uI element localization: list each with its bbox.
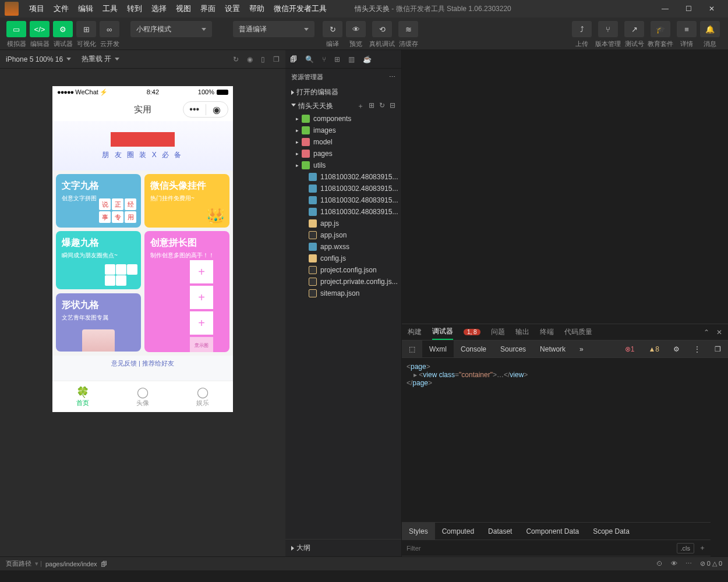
styletab-Styles[interactable]: Styles <box>402 523 435 540</box>
card-avatar-pendant[interactable]: 微信头像挂件热门挂件免费用~ 👑 <box>144 174 229 228</box>
styletab-Dataset[interactable]: Dataset <box>481 523 519 540</box>
file-app.js[interactable]: app.js <box>285 218 401 229</box>
right-上传[interactable]: ⤴ <box>572 21 592 37</box>
collapse-icon[interactable]: ⊟ <box>390 101 395 111</box>
styles-filter-input[interactable] <box>407 545 677 552</box>
card-shape-grid[interactable]: 形状九格文艺青年发图专属 <box>56 293 141 352</box>
mode-select[interactable]: 小程序模式 <box>130 21 212 37</box>
file-sitemap.json[interactable]: sitemap.json <box>285 288 401 299</box>
maximize-button[interactable]: ☐ <box>677 0 700 17</box>
page-path[interactable]: pages/index/index <box>45 560 97 567</box>
search-tab-icon[interactable]: 🔍 <box>305 55 314 63</box>
device-icon[interactable]: ▯ <box>261 55 265 63</box>
styletab-Component Data[interactable]: Component Data <box>519 523 586 540</box>
add-style-icon[interactable]: ＋ <box>699 543 706 553</box>
tool-云开发[interactable]: ∞ <box>100 21 119 37</box>
problem-counts[interactable]: ⊘ 0 △ 0 <box>700 560 722 567</box>
settings-icon[interactable]: ⚙ <box>666 340 687 357</box>
menu-微信开发者工具[interactable]: 微信开发者工具 <box>269 3 331 14</box>
section-open-editors[interactable]: 打开的编辑器 <box>285 85 401 100</box>
menu-项目[interactable]: 项目 <box>24 3 49 14</box>
folder-images[interactable]: images <box>285 125 401 136</box>
menu-编辑[interactable]: 编辑 <box>73 3 98 14</box>
more-status-icon[interactable]: ⋯ <box>685 560 692 567</box>
dbgtab-终端[interactable]: 终端 <box>540 327 554 337</box>
dock-icon[interactable]: ⋮ <box>687 340 708 357</box>
file-app.json[interactable]: app.json <box>285 229 401 241</box>
card-text-grid[interactable]: 文字九格创意文字拼图 说正经事专用 <box>56 174 141 228</box>
tab-network[interactable]: Network <box>533 340 572 357</box>
wxml-tree[interactable]: <page> ▸ <view class="container">…</view… <box>402 358 728 522</box>
tab-娱乐[interactable]: ◯娱乐 <box>173 381 233 412</box>
folder-utils[interactable]: utils <box>285 159 401 171</box>
action-真机调试[interactable]: ⟲ <box>372 21 392 37</box>
file-config.js[interactable]: config.js <box>285 253 401 264</box>
menu-选择[interactable]: 选择 <box>147 3 171 14</box>
new-file-icon[interactable]: ＋ <box>357 101 364 111</box>
action-编译[interactable]: ↻ <box>323 21 342 37</box>
perf-icon[interactable]: ⏲ <box>656 560 663 567</box>
popout-icon[interactable]: ❐ <box>708 340 728 357</box>
compile-select[interactable]: 普通编译 <box>233 21 314 37</box>
cascade-icon[interactable]: ❐ <box>273 55 280 63</box>
right-版本管理[interactable]: ⑂ <box>598 21 618 37</box>
tab-more-icon[interactable]: » <box>572 340 591 357</box>
close-button[interactable]: ✕ <box>700 0 723 17</box>
menu-帮助[interactable]: 帮助 <box>245 3 269 14</box>
footer-links[interactable]: 意见反馈 | 推荐给好友 <box>52 356 233 371</box>
eye-icon[interactable]: 👁 <box>671 560 677 567</box>
card-fun-grid[interactable]: 爆趣九格瞬间成为朋友圈焦点~ 考的都会着 <box>56 231 141 289</box>
card-long-collage[interactable]: 创意拼长图制作创意多图的高手！！ +++意示图 <box>144 231 229 352</box>
close-dbg-icon[interactable]: ✕ <box>716 328 722 336</box>
git-tab-icon[interactable]: ⑂ <box>322 55 326 63</box>
dbgtab-构建[interactable]: 构建 <box>408 327 422 337</box>
ext-tab-icon[interactable]: ⊞ <box>334 55 340 63</box>
right-测试号[interactable]: ↗ <box>624 21 644 37</box>
tool-可视化[interactable]: ⊞ <box>76 21 96 37</box>
menu-设置[interactable]: 设置 <box>220 3 245 14</box>
minimize-button[interactable]: ― <box>653 0 677 17</box>
right-教育套件[interactable]: 🎓 <box>651 21 670 37</box>
dbgtab-代码质量[interactable]: 代码质量 <box>564 327 592 337</box>
file-1108100302.48083915...[interactable]: 1108100302.48083915... <box>285 194 401 206</box>
layout-tab-icon[interactable]: ▥ <box>348 55 355 63</box>
menu-转到[interactable]: 转到 <box>122 3 147 14</box>
refresh-icon[interactable]: ↻ <box>233 55 239 63</box>
section-outline[interactable]: 大纲 <box>285 539 401 556</box>
file-project.private.config.js...[interactable]: project.private.config.js... <box>285 276 401 288</box>
new-folder-icon[interactable]: ⊞ <box>369 101 374 111</box>
device-select[interactable]: iPhone 5 100% 16 <box>6 55 71 63</box>
menu-文件[interactable]: 文件 <box>49 3 73 14</box>
reload-select[interactable]: 热重载 开 <box>82 54 119 64</box>
folder-components[interactable]: components <box>285 113 401 125</box>
tab-首页[interactable]: 🍀首页 <box>52 381 112 412</box>
copy-path-icon[interactable]: 🗐 <box>101 560 107 567</box>
dbgtab-调试器[interactable]: 调试器 <box>432 327 453 340</box>
tab-sources[interactable]: Sources <box>493 340 533 357</box>
file-project.config.json[interactable]: project.config.json <box>285 264 401 276</box>
action-清缓存[interactable]: ≋ <box>398 21 418 37</box>
file-1108100302.48083915...[interactable]: 1108100302.48083915... <box>285 206 401 218</box>
tab-头像[interactable]: ◯头像 <box>112 381 172 412</box>
warning-count[interactable]: ▲ 8 <box>641 340 666 357</box>
file-1108100302.48083915...[interactable]: 1108100302.48083915... <box>285 171 401 183</box>
file-1108100302.48083915...[interactable]: 1108100302.48083915... <box>285 183 401 194</box>
explorer-tab-icon[interactable]: 🗐 <box>290 55 297 63</box>
dbgtab-输出[interactable]: 输出 <box>515 327 529 337</box>
project-name[interactable]: 情头天天换 <box>298 101 333 111</box>
tool-调试器[interactable]: ⚙ <box>53 21 73 37</box>
styletab-Scope Data[interactable]: Scope Data <box>586 523 637 540</box>
tab-console[interactable]: Console <box>454 340 493 357</box>
menu-视图[interactable]: 视图 <box>171 3 196 14</box>
collapse-dbg-icon[interactable]: ⌃ <box>704 328 709 336</box>
folder-pages[interactable]: pages <box>285 148 401 159</box>
right-详情[interactable]: ≡ <box>677 21 697 37</box>
refresh-tree-icon[interactable]: ↻ <box>379 101 385 111</box>
cls-toggle[interactable]: .cls <box>677 543 695 553</box>
capsule[interactable]: •••◉ <box>183 101 228 118</box>
action-预览[interactable]: 👁 <box>346 21 366 37</box>
menu-工具[interactable]: 工具 <box>98 3 122 14</box>
file-app.wxss[interactable]: app.wxss <box>285 241 401 253</box>
record-icon[interactable]: ◉ <box>247 55 253 63</box>
folder-model[interactable]: model <box>285 136 401 148</box>
